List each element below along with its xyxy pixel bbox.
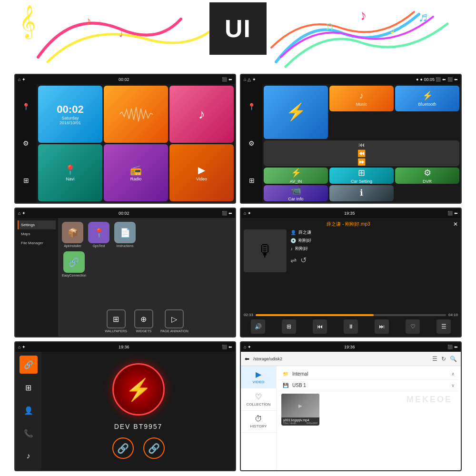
album-art: 🎙 [244,229,287,272]
pause-button[interactable]: ⏸ [344,319,358,334]
bt-link-icon[interactable]: 🔗 [20,356,38,374]
next-button[interactable]: ⏭ [375,319,389,334]
equalizer-icon[interactable]: ⊞ [20,174,33,187]
refresh-icon[interactable]: ↻ [441,356,446,362]
music-note-icon: ♪ [198,107,205,122]
screens-grid: ⌂ ✦ 00:02 ⬛ ⬅ 📍 ⚙ ⊞ 00:02 Saturday 2016/… [14,74,462,471]
fwd-icon[interactable]: ⏩ [357,158,366,166]
bt-disconnect-icon[interactable]: 🔗 [143,437,165,459]
status-right-1: ⬛ ⬅ [222,77,232,82]
easy-icon: 🔗 [69,257,79,268]
app-gpstest[interactable]: 📍 GpsTest [88,222,109,248]
app-easyconnection[interactable]: 🔗 EasyConnection [62,251,86,277]
list-button[interactable]: ☰ [436,319,451,334]
equalizer-button[interactable]: ⊞ [282,319,296,334]
bt-phone-icon[interactable]: 📞 [20,424,38,442]
thumb-name-1: y0011egqqlv.mp4 [283,418,317,422]
dvr-tile[interactable]: 📹 Car Info [264,185,328,201]
widgets-action[interactable]: ⊕ WIDGETS [134,309,153,333]
av-in-icon: ⊞ [358,168,365,178]
battery-icon-2: ⬛ [447,77,453,82]
car-info-tile[interactable]: ℹ [329,185,394,201]
settings-icon-2[interactable]: ⚙ [245,137,258,150]
bt-blue-tile[interactable]: ⚡ Bluetooth [395,86,459,111]
time-2: ● 00:05 ⬛ ⬅ [420,77,446,82]
video-tile[interactable]: ▶ Video [169,144,234,201]
radio-wave-svg [119,105,153,124]
repeat-icon[interactable]: ↺ [300,256,307,265]
music-player-content: 薛之谦 - 刚刚好.mp3 ✕ 🎙 👤 薛之谦 💿 刚刚好 ♪ [241,218,461,337]
back-icon-3: ⬅ [228,211,232,216]
clock-time: 00:02 [57,103,83,116]
page-anim-action[interactable]: ▷ PAGE ANIMATION [160,309,188,333]
close-button[interactable]: ✕ [453,221,458,228]
status-bar-1: ⌂ ✦ 00:02 ⬛ ⬅ [15,75,235,84]
home-icon-1: ⌂ [18,77,20,82]
radio-wave-tile[interactable] [104,86,168,143]
music-tile[interactable]: ♪ [169,86,234,143]
prev-button[interactable]: ⏮ [313,319,327,334]
battery-icon-3: ⬛ [222,211,227,216]
rew-icon[interactable]: ⏪ [357,149,366,157]
shuffle-icon[interactable]: ⇌ [290,256,297,265]
bt-user-icon[interactable]: 👤 [20,401,38,419]
bt-music-icon[interactable]: ♪ [20,447,38,465]
equalizer-icon-2[interactable]: ⊞ [245,174,258,187]
radio-icon: 📻 [130,164,142,176]
wallpaper-icon: ⊞ [107,309,126,328]
apk-icon: 📦 [68,228,78,238]
progress-bar[interactable] [256,314,446,316]
dot-icon-2: ● [416,77,418,82]
bt-grid-icon[interactable]: ⊞ [20,378,38,397]
car-info-icon: ℹ [360,188,363,198]
screen-launcher: ⌂ ✦ 00:02 ⬛ ⬅ Settings Maps File Manager [14,208,236,337]
bluetooth-tile[interactable]: ⚡ [264,86,328,139]
heart-button[interactable]: ♡ [406,319,420,334]
status-time-6: 19:36 [344,345,355,349]
location-icon-2[interactable]: 📍 [245,100,258,113]
screen-apps-content: 📍 ⚙ ⊞ ⚡ ♪ Music ⚡ Bluetooth [241,84,461,203]
music-orange-tile[interactable]: ♪ Music [329,86,394,111]
bt-circle[interactable]: ⚡ [112,363,165,416]
screen-home: ⌂ ✦ 00:02 ⬛ ⬅ 📍 ⚙ ⊞ 00:02 Saturday 2016/… [14,74,236,204]
car-setting-tile[interactable]: ⚙ DVR [395,168,459,184]
file-collection-tab[interactable]: ♡ COLLECTION [241,388,276,411]
note-6: ♩ [119,29,123,39]
battery-icon-1: ⬛ [222,77,227,82]
filter-icon[interactable]: ☰ [432,356,437,362]
app-icons-row-2: 🔗 EasyConnection [62,251,231,277]
dvr-label: Car Info [288,197,303,201]
video-icon: ▶ [198,164,205,176]
file-tree-usb[interactable]: 💾 USB 1 ∨ [279,380,458,391]
clock-tile[interactable]: 00:02 Saturday 2016/10/01 [38,86,102,143]
file-history-tab[interactable]: ⏱ HISTORY [241,411,276,433]
file-video-tab[interactable]: ▶ VIDEO [241,366,276,388]
file-tree-internal[interactable]: 📁 Internal ∧ [279,368,458,380]
app-instructions[interactable]: 📄 Instructions [114,222,136,248]
prev-icon[interactable]: ⏮ [358,141,365,149]
home-icon-2: ⌂ [244,77,246,82]
file-manager-content: ⬅ /storage/udisk2 ☰ ↻ 🔍 ▶ VIDEO ♡ COLLE [241,352,461,470]
radio-tile[interactable]: 📻 Radio [104,144,168,201]
bt-music-icon: ⚡ [291,168,301,178]
status-right-2: ● ● 00:05 ⬛ ⬅ ⬛ ⬅ [416,77,458,82]
wallpaper-action[interactable]: ⊞ WALLPAPERS [105,309,127,333]
app-apkinstaller[interactable]: 📦 ApkInstaller [62,222,83,248]
settings-icon[interactable]: ⚙ [20,137,33,150]
location-icon[interactable]: 📍 [20,100,33,113]
back-icon-5: ⬅ [228,345,232,349]
status-left-3: ⌂ ✦ [18,211,26,216]
bt-connect-icon[interactable]: 🔗 [112,437,134,459]
screen-file-manager: ⌂ ✦ 19:36 ⬛ ⬅ ⬅ /storage/udisk2 ☰ ↻ 🔍 [240,341,462,471]
volume-button[interactable]: 🔊 [251,319,265,334]
back-arrow-icon[interactable]: ⬅ [245,356,249,362]
sidebar-item-settings[interactable]: Settings [18,220,56,229]
sidebar-item-maps[interactable]: Maps [18,229,56,238]
search-icon[interactable]: 🔍 [450,356,457,362]
av-in-tile[interactable]: ⊞ Car Setting [329,168,394,184]
sidebar-item-file-manager[interactable]: File Manager [18,238,56,248]
video-thumb-1[interactable]: ▶ y0011egqqlv.mp4 13s / 4min 640x360 [281,394,319,426]
page-anim-label: PAGE ANIMATION [160,329,188,333]
navi-tile[interactable]: 📍 Navi [38,144,102,201]
bt-music-tile[interactable]: ⚡ AV_IN [264,168,328,184]
